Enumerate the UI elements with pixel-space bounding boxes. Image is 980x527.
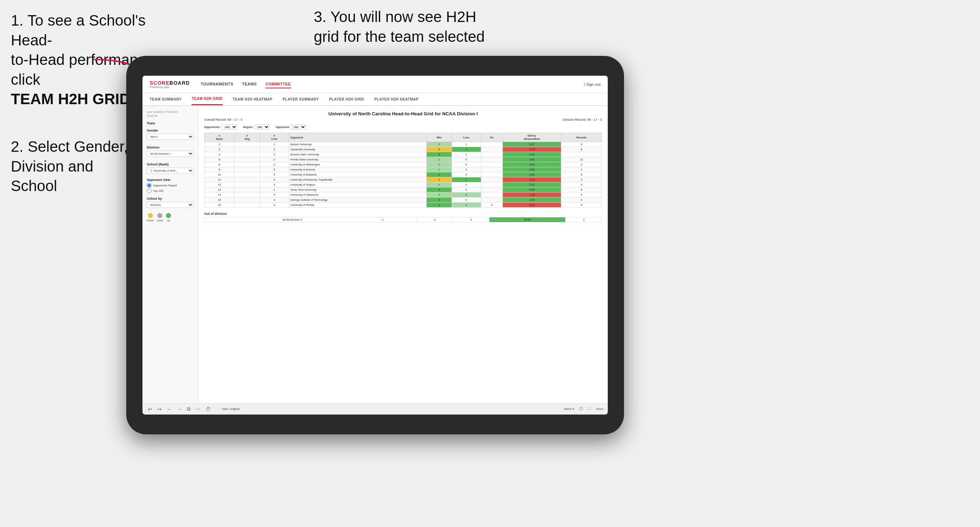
cell-loss: 2 <box>452 192 481 198</box>
nav-teams[interactable]: TEAMS <box>242 80 257 88</box>
cell-conf: 3 <box>260 183 289 187</box>
col-rounds: Rounds <box>561 133 602 142</box>
sub-nav-player-h2h-heatmap[interactable]: PLAYER H2H HEATMAP <box>374 93 419 105</box>
sub-nav-team-h2h-heatmap[interactable]: TEAM H2H HEATMAP <box>233 93 273 105</box>
expand-button[interactable]: ⛶ <box>588 407 591 411</box>
sub-nav-team-h2h-grid[interactable]: TEAM H2H GRID <box>191 93 222 105</box>
cell-diff: -6.42 <box>503 203 561 208</box>
cell-rank: 11 <box>205 177 234 183</box>
cell-loss: 0 <box>452 183 481 187</box>
watch-button[interactable]: Watch ▾ <box>564 407 574 411</box>
school-select[interactable]: 1. University of Nort... <box>147 168 194 174</box>
cell-loss: 1 <box>452 142 481 147</box>
cell-reg <box>234 187 260 192</box>
radio-opponents-played[interactable]: Opponents Played <box>147 183 194 188</box>
ann1-bold: TEAM H2H GRID <box>11 90 130 108</box>
cell-rounds <box>561 152 602 157</box>
division-label: Division <box>147 146 194 149</box>
copy-button[interactable]: ⧉ <box>186 406 191 412</box>
gender-select[interactable]: Men's <box>147 134 194 140</box>
annotation-2: 2. Select Gender, Division and School <box>11 137 141 196</box>
col-diff: Diff AvStrokes/Rnd <box>503 133 561 142</box>
table-row: 4 1 Arizona State University 5 1 2.29 <box>205 152 602 157</box>
redo-button[interactable]: ↪ <box>156 406 163 412</box>
view-label-text: View: Original <box>222 407 240 411</box>
opponents-filter-select[interactable]: (All) <box>222 124 237 130</box>
cell-opponent: University of Oklahoma <box>288 192 427 198</box>
nav-items: TOURNAMENTS TEAMS COMMITTEE <box>200 80 584 88</box>
sign-out-button[interactable]: | Sign out <box>584 82 601 87</box>
sub-nav: TEAM SUMMARY TEAM H2H GRID TEAM H2H HEAT… <box>143 93 608 106</box>
cell-conf: 4 <box>260 198 289 203</box>
cell-rank: 15 <box>205 198 234 203</box>
cell-loss: 0 <box>452 172 481 177</box>
cell-diff: 2.29 <box>503 152 561 157</box>
sub-nav-player-h2h-grid[interactable]: PLAYER H2H GRID <box>329 93 364 105</box>
out-of-division: Out of division NCAA Division II 1 0 0 2… <box>204 212 602 222</box>
undo-button[interactable]: ↩ <box>147 406 153 412</box>
cell-reg <box>234 162 260 167</box>
sub-nav-team-summary[interactable]: TEAM SUMMARY <box>150 93 181 105</box>
main-content: Last Updated: 27/03/2024 16:55:38 Team G… <box>143 106 608 403</box>
cell-rank: 4 <box>205 152 234 157</box>
colour-by-select[interactable]: Win/loss <box>147 202 194 208</box>
nav-bar: SCORESCOREBOARDBOARD Powered by clippi T… <box>143 76 608 93</box>
cell-diff: 5.56 <box>503 187 561 192</box>
share-button[interactable]: Share <box>596 407 603 411</box>
out-div-tie: 0 <box>453 217 489 222</box>
logo-sub: Powered by clippi <box>150 86 190 88</box>
cell-rounds: 8 <box>561 172 602 177</box>
cell-reg <box>234 203 260 208</box>
cell-reg <box>234 147 260 152</box>
opponent-view-label: Opponent View <box>147 178 194 182</box>
toolbar-right: Watch ▾ 💬 ⛶ Share <box>564 407 603 411</box>
out-div-win: 1 <box>380 217 417 222</box>
cell-opponent: Texas Tech University <box>288 187 427 192</box>
cell-opponent: University of Arizona <box>288 167 427 172</box>
cell-tie <box>481 177 503 183</box>
cell-conf: 6 <box>260 177 289 183</box>
annotation-3: 3. You will now see H2H grid for the tea… <box>314 7 523 46</box>
cell-win: 0 <box>427 147 452 152</box>
grid-area: University of North Carolina Head-to-Hea… <box>198 106 608 403</box>
cell-rounds: 8 <box>561 147 602 152</box>
cell-loss: 1 <box>452 152 481 157</box>
color-legend: Down Level Up <box>147 213 194 222</box>
cell-loss: 0 <box>452 157 481 162</box>
nav-tournaments[interactable]: TOURNAMENTS <box>200 80 233 88</box>
cell-rounds: 12 <box>561 157 602 162</box>
cell-conf: 1 <box>260 187 289 192</box>
opponent-filter-select[interactable]: (All) <box>291 124 306 130</box>
ann1-line1: 1. To see a School's Head- <box>11 12 146 49</box>
clock-button[interactable]: ⏱ <box>205 406 212 412</box>
cell-reg <box>234 198 260 203</box>
forward-button[interactable]: → <box>176 406 183 412</box>
cell-conf: 2 <box>260 192 289 198</box>
cell-diff: 2.33 <box>503 183 561 187</box>
division-select[interactable]: NCAA Division I <box>147 151 194 157</box>
back-button[interactable]: ← <box>165 406 173 412</box>
nav-committee[interactable]: COMMITTEE <box>266 80 291 88</box>
cell-reg <box>234 183 260 187</box>
logo-text: SCORESCOREBOARDBOARD <box>150 80 190 86</box>
comment-button[interactable]: 💬 <box>579 407 583 411</box>
color-down-label: Down <box>147 219 154 222</box>
cell-conf: 2 <box>260 157 289 162</box>
cell-loss: 0 <box>452 162 481 167</box>
cell-rounds: 9 <box>561 192 602 198</box>
sub-nav-player-summary[interactable]: PLAYER SUMMARY <box>282 93 319 105</box>
gender-label: Gender <box>147 129 194 132</box>
ann2-text: 2. Select Gender, Division and School <box>11 138 128 194</box>
cell-tie <box>481 192 503 198</box>
cell-win: 2 <box>427 142 452 147</box>
radio-top-100[interactable]: Top 100 <box>147 189 194 193</box>
cell-win: 1 <box>427 167 452 172</box>
cell-conf: 1 <box>260 152 289 157</box>
cell-tie <box>481 198 503 203</box>
more-button[interactable]: ⋯ <box>194 406 202 412</box>
cell-loss: 1 <box>452 203 481 208</box>
region-filter-select[interactable]: (All) <box>254 124 270 130</box>
table-row: 8 2 University of Washington 1 0 3.67 3 <box>205 162 602 167</box>
cell-tie <box>481 167 503 172</box>
cell-win: 0 <box>427 177 452 183</box>
